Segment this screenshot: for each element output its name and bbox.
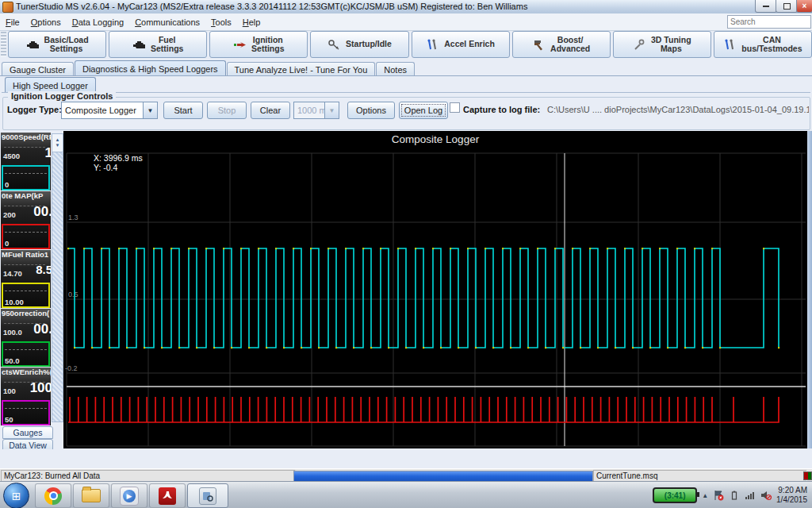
sync-indicator bbox=[803, 471, 812, 480]
minimize-icon bbox=[763, 6, 769, 7]
group-title: Ignition Logger Controls bbox=[8, 91, 116, 101]
volume-muted-icon[interactable] bbox=[760, 490, 772, 501]
ignition-settings-button[interactable]: IgnitionSettings bbox=[209, 31, 308, 58]
menu-communications[interactable]: Communications bbox=[129, 15, 205, 29]
window-title: TunerStudio MS v2.6.04 - MyCar123 (MS2/E… bbox=[16, 2, 527, 11]
can-bus-testmodes-button[interactable]: CANbus/Testmodes bbox=[714, 31, 812, 58]
taskbar-tunerstudio-active[interactable] bbox=[187, 483, 228, 508]
startup-idle-button[interactable]: Startup/Idle bbox=[310, 31, 408, 58]
battery-timer[interactable]: (3:41) bbox=[653, 487, 697, 503]
composite-logger-chart: Composite Logger 1.30.5-0.2X: 3996.9 msY… bbox=[63, 131, 807, 448]
battery-icon[interactable] bbox=[729, 490, 740, 501]
chrome-icon bbox=[44, 487, 62, 505]
taskbar: ⊞ ▶ (3:41) ▲ bbox=[0, 481, 812, 508]
taskbar-clock[interactable]: 9:20 AM 1/4/2015 bbox=[776, 486, 807, 505]
tools-icon bbox=[723, 39, 737, 51]
close-button[interactable]: × bbox=[796, 0, 812, 13]
basic-load-settings-button[interactable]: Basic/LoadSettings bbox=[8, 31, 106, 58]
capture-label: Capture to log file: bbox=[463, 105, 540, 114]
tab-diagnostics-loggers[interactable]: Diagnostics & High Speed Loggers bbox=[75, 60, 226, 75]
3d-tuning-maps-button[interactable]: 3D TuningMaps bbox=[613, 31, 711, 58]
gauge-map: 0te MAP(kP 200 00. 0 bbox=[1, 191, 51, 249]
sidebar-tab-gauges[interactable]: Gauges bbox=[2, 426, 53, 439]
clock-date: 1/4/2015 bbox=[776, 495, 807, 505]
logger-type-value: Composite Logger bbox=[62, 106, 143, 115]
hammer-icon bbox=[532, 39, 546, 51]
title-bar: TunerStudio MS v2.6.04 - MyCar123 (MS2/E… bbox=[0, 0, 812, 14]
main-tab-row: Gauge Cluster Diagnostics & High Speed L… bbox=[2, 61, 810, 75]
scroll-up-icon[interactable]: ▲ bbox=[56, 137, 60, 143]
clear-button[interactable]: Clear bbox=[251, 102, 290, 119]
menu-help[interactable]: Help bbox=[237, 15, 266, 29]
window-right-border bbox=[807, 131, 812, 448]
taskbar-media-player-icon[interactable]: ▶ bbox=[111, 483, 147, 508]
app-icon bbox=[2, 2, 13, 13]
hidden-icons-arrow[interactable]: ▲ bbox=[702, 492, 708, 499]
search-input[interactable] bbox=[727, 15, 811, 29]
gauge-correction: 950orrection( 100.0 00. 50.0 bbox=[1, 309, 51, 367]
system-tray: (3:41) ▲ 9:20 AM 1/4/2015 bbox=[653, 482, 812, 508]
start-button[interactable]: Start bbox=[163, 102, 203, 119]
key-icon bbox=[327, 39, 341, 51]
fuel-settings-button[interactable]: FuelSettings bbox=[109, 31, 207, 58]
wrench-icon bbox=[633, 39, 646, 51]
menu-options[interactable]: Options bbox=[25, 15, 67, 29]
gauge-range-box: 50.0 bbox=[2, 341, 50, 367]
status-bar: MyCar123: Burned All Data CurrentTune.ms… bbox=[0, 468, 812, 482]
sidebar-scroll-buttons[interactable]: ▲ ▼ bbox=[52, 133, 63, 152]
waveform-plot: 1.30.5-0.2X: 3996.9 msY: -0.4 bbox=[63, 131, 807, 448]
sidebar-scrollbar[interactable] bbox=[52, 133, 63, 422]
tab-gauge-cluster[interactable]: Gauge Cluster bbox=[2, 62, 74, 75]
network-signal-icon[interactable] bbox=[745, 490, 756, 501]
start-button-orb[interactable]: ⊞ bbox=[3, 483, 29, 508]
chart-title: Composite Logger bbox=[63, 133, 807, 145]
engine-icon bbox=[26, 39, 40, 51]
media-player-icon: ▶ bbox=[120, 487, 139, 506]
menu-bar: File Options Data Logging Communications… bbox=[0, 13, 812, 31]
taskbar-explorer-icon[interactable] bbox=[73, 483, 109, 508]
tab-notes[interactable]: Notes bbox=[376, 62, 415, 75]
svg-text:Y: -0.4: Y: -0.4 bbox=[94, 163, 118, 172]
interval-value: 1000 ms bbox=[294, 106, 324, 115]
gauge-range-box: 0 bbox=[2, 165, 50, 190]
tab-divider bbox=[0, 75, 812, 76]
clock-time: 9:20 AM bbox=[776, 486, 807, 495]
gauge-range-box: 0 bbox=[2, 224, 50, 249]
restore-button[interactable] bbox=[776, 0, 798, 13]
sub-tab-divider bbox=[2, 92, 810, 93]
folder-icon bbox=[82, 489, 101, 502]
restore-icon bbox=[783, 3, 791, 10]
stop-button[interactable]: Stop bbox=[207, 102, 247, 119]
screen: TunerStudio MS v2.6.04 - MyCar123 (MS2/E… bbox=[0, 0, 812, 508]
open-log-button[interactable]: Open Log bbox=[399, 102, 448, 119]
accel-enrich-button[interactable]: Accel Enrich bbox=[412, 31, 510, 58]
progress-bar bbox=[293, 471, 593, 482]
logger-type-combo[interactable]: Composite Logger ▼ bbox=[61, 102, 158, 119]
options-button[interactable]: Options bbox=[347, 102, 395, 119]
action-center-flag-icon[interactable] bbox=[713, 490, 724, 501]
svg-text:1.3: 1.3 bbox=[68, 214, 79, 221]
capture-checkbox[interactable] bbox=[450, 102, 460, 113]
menu-file[interactable]: File bbox=[0, 15, 25, 29]
spark-arrow-icon bbox=[233, 39, 247, 51]
toolbar: Basic/LoadSettings FuelSettings Ignition… bbox=[0, 30, 812, 59]
status-message: MyCar123: Burned All Data bbox=[1, 470, 296, 482]
menu-data-logging[interactable]: Data Logging bbox=[67, 15, 129, 29]
engine-icon bbox=[132, 39, 146, 51]
svg-text:X: 3996.9 ms: X: 3996.9 ms bbox=[94, 153, 143, 163]
taskbar-chrome-icon[interactable] bbox=[35, 483, 71, 508]
tab-tune-analyze-live[interactable]: Tune Analyze Live! - Tune For You bbox=[227, 62, 376, 75]
gauge-range-box: 50 bbox=[2, 400, 50, 425]
minimize-button[interactable] bbox=[755, 0, 777, 13]
menu-tools[interactable]: Tools bbox=[205, 15, 237, 29]
adobe-reader-icon bbox=[159, 487, 176, 505]
taskbar-adobe-reader-icon[interactable] bbox=[149, 483, 186, 508]
tab-high-speed-logger[interactable]: High Speed Logger bbox=[5, 77, 96, 92]
gauge-afr: MFuel Ratio1 14.70 8.5 10.00 bbox=[1, 250, 51, 308]
scroll-down-icon[interactable]: ▼ bbox=[56, 143, 60, 148]
boost-advanced-button[interactable]: Boost/Advanced bbox=[512, 31, 611, 58]
tunerstudio-icon bbox=[199, 487, 216, 505]
interval-combo[interactable]: 1000 ms ▼ bbox=[293, 102, 339, 119]
chart-nav-row: ◀ ▶ 1of1 ◀ ◀◀ ▶▶ ▶ bbox=[0, 449, 812, 468]
chevron-down-icon[interactable]: ▼ bbox=[143, 102, 157, 118]
